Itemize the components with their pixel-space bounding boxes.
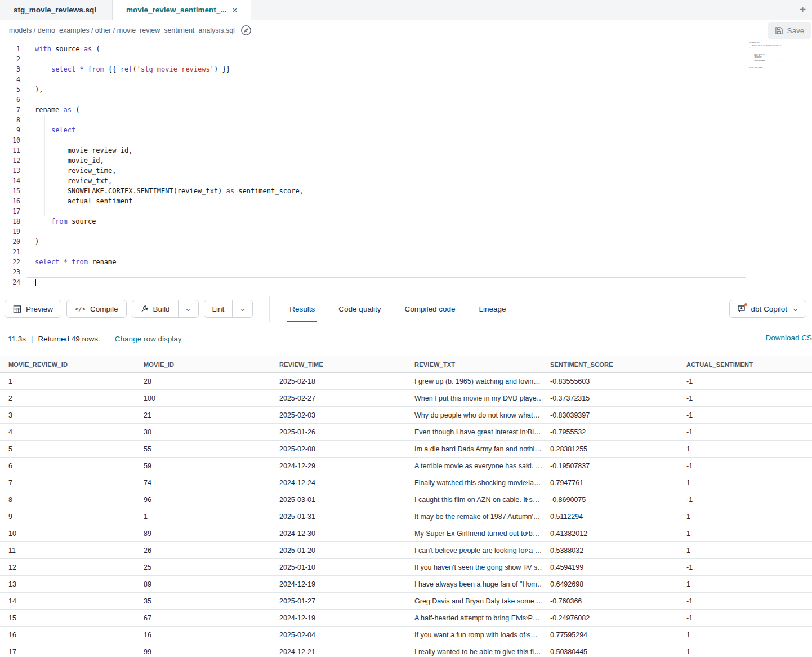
cell-actual_sentiment: -1 bbox=[678, 411, 812, 419]
column-header[interactable]: SENTIMENT_SCORE bbox=[542, 361, 678, 368]
cell-sentiment_score: 0.7947761 bbox=[542, 479, 678, 487]
expand-cell-icon[interactable]: › bbox=[525, 614, 528, 622]
column-header[interactable]: REVIEW_TXT bbox=[406, 361, 542, 368]
change-row-display-link[interactable]: Change row display bbox=[115, 335, 182, 343]
table-row: 8962025-03-01I caught this film on AZN o… bbox=[0, 491, 812, 508]
cell-movie_id: 100 bbox=[135, 394, 271, 402]
expand-cell-icon[interactable]: › bbox=[525, 631, 528, 638]
compile-button[interactable]: </> Compile bbox=[66, 300, 127, 318]
cell-review_txt: I caught this film on AZN on cable. It s… bbox=[406, 496, 542, 504]
cell-movie_review_id: 15 bbox=[0, 614, 135, 622]
cell-movie_review_id: 16 bbox=[0, 631, 135, 639]
column-header[interactable]: MOVIE_ID bbox=[135, 361, 271, 368]
cell-sentiment_score: 0.4594199 bbox=[542, 563, 678, 571]
cell-review_txt: A half-hearted attempt to bring Elvis P…… bbox=[406, 614, 542, 622]
line-number: 5 bbox=[0, 85, 27, 95]
line-number: 18 bbox=[0, 216, 27, 227]
copilot-compass-icon[interactable] bbox=[240, 25, 252, 36]
code-line: ) bbox=[27, 237, 746, 247]
column-header[interactable]: REVIEW_TIME bbox=[271, 361, 406, 368]
table-row: 13892024-12-19I have always been a huge … bbox=[0, 576, 812, 593]
cell-actual_sentiment: -1 bbox=[678, 428, 812, 436]
code-line: movie_id, bbox=[27, 156, 746, 166]
line-number: 21 bbox=[0, 247, 27, 257]
build-button[interactable]: Build ⌄ bbox=[132, 300, 199, 318]
cell-movie_review_id: 5 bbox=[0, 445, 135, 453]
line-number: 16 bbox=[0, 196, 27, 206]
build-dropdown-button[interactable]: ⌄ bbox=[178, 300, 198, 317]
cell-movie_review_id: 14 bbox=[0, 597, 135, 605]
tab-label: Lineage bbox=[479, 305, 506, 313]
tab-compiled-code[interactable]: Compiled code bbox=[404, 296, 455, 322]
tab-movie-review-sentiment[interactable]: movie_review_sentiment_... × bbox=[113, 0, 251, 20]
code-line bbox=[27, 206, 746, 216]
expand-cell-icon[interactable]: › bbox=[525, 496, 528, 503]
cell-movie_review_id: 1 bbox=[0, 378, 135, 385]
expand-cell-icon[interactable]: › bbox=[525, 445, 528, 452]
code-lines[interactable]: with source as ( select * from {{ ref('s… bbox=[27, 44, 746, 287]
expand-cell-icon[interactable]: › bbox=[525, 479, 528, 486]
new-tab-button[interactable]: + bbox=[793, 0, 812, 20]
compile-label: Compile bbox=[90, 305, 118, 313]
expand-cell-icon[interactable]: › bbox=[525, 547, 528, 554]
query-elapsed-time: 11.3s bbox=[8, 335, 26, 343]
cell-actual_sentiment: 1 bbox=[678, 530, 812, 538]
cell-review_time: 2025-02-04 bbox=[271, 631, 406, 639]
dbt-copilot-button[interactable]: dbt Copilot ⌄ bbox=[729, 300, 806, 318]
cell-review_time: 2025-02-08 bbox=[271, 445, 406, 453]
close-icon[interactable]: × bbox=[233, 6, 238, 14]
expand-cell-icon[interactable]: › bbox=[525, 580, 528, 588]
minimap[interactable]: with source as ( select * from {{ ref('s… bbox=[749, 42, 788, 73]
expand-cell-icon[interactable]: › bbox=[525, 597, 528, 605]
copilot-label: dbt Copilot bbox=[751, 305, 788, 313]
lint-dropdown-button[interactable]: ⌄ bbox=[232, 300, 252, 317]
column-header[interactable]: ACTUAL_SENTIMENT bbox=[678, 361, 812, 368]
line-number: 15 bbox=[0, 186, 27, 196]
expand-cell-icon[interactable]: › bbox=[525, 462, 528, 469]
cell-sentiment_score: 0.77595294 bbox=[542, 631, 678, 639]
cell-review_time: 2024-12-30 bbox=[271, 530, 406, 538]
tab-code-quality[interactable]: Code quality bbox=[338, 296, 381, 322]
expand-cell-icon[interactable]: › bbox=[525, 428, 528, 436]
expand-cell-icon[interactable]: › bbox=[525, 648, 528, 655]
result-tabs: Results Code quality Compiled code Linea… bbox=[278, 296, 517, 322]
lint-button[interactable]: Lint ⌄ bbox=[204, 300, 253, 318]
cell-sentiment_score: -0.24976082 bbox=[542, 614, 678, 622]
cell-review_txt: I can't believe people are looking for a… bbox=[406, 547, 542, 554]
expand-cell-icon[interactable]: › bbox=[525, 378, 528, 385]
expand-cell-icon[interactable]: › bbox=[525, 411, 528, 419]
table-row: 21002025-02-27When I put this movie in m… bbox=[0, 390, 812, 407]
plus-icon: + bbox=[800, 3, 806, 16]
cell-review_time: 2025-02-18 bbox=[271, 378, 406, 385]
tab-label: Code quality bbox=[338, 305, 381, 313]
results-toolbar: Preview </> Compile Build ⌄ Lint ⌄ bbox=[0, 296, 812, 322]
cell-movie_review_id: 9 bbox=[0, 513, 135, 521]
expand-cell-icon[interactable]: › bbox=[525, 513, 528, 520]
preview-label: Preview bbox=[26, 305, 53, 313]
tab-stg-movie-reviews[interactable]: stg_movie_reviews.sql bbox=[0, 0, 113, 20]
cell-sentiment_score: 0.5112294 bbox=[542, 513, 678, 521]
table-row: 14352025-01-27Greg Davis and Bryan Daly … bbox=[0, 593, 812, 610]
table-row: 912025-01-31It may be the remake of 1987… bbox=[0, 508, 812, 525]
cell-movie_id: 96 bbox=[135, 496, 271, 504]
save-button[interactable]: Save bbox=[768, 22, 811, 39]
line-number: 7 bbox=[0, 105, 27, 115]
line-number: 4 bbox=[0, 74, 27, 85]
expand-cell-icon[interactable]: › bbox=[525, 563, 528, 571]
download-csv-link[interactable]: Download CSV bbox=[765, 334, 812, 342]
expand-cell-icon[interactable]: › bbox=[525, 530, 528, 537]
chevron-down-icon: ⌄ bbox=[239, 307, 246, 311]
code-editor[interactable]: 123456789101112131415161718192021222324 … bbox=[0, 41, 812, 296]
cell-movie_review_id: 2 bbox=[0, 394, 135, 402]
divider bbox=[269, 296, 270, 322]
tab-lineage[interactable]: Lineage bbox=[479, 296, 506, 322]
line-number: 22 bbox=[0, 257, 27, 267]
cell-movie_id: 25 bbox=[135, 563, 271, 571]
cell-actual_sentiment: -1 bbox=[678, 597, 812, 605]
tab-results[interactable]: Results bbox=[289, 296, 315, 322]
preview-button[interactable]: Preview bbox=[5, 300, 61, 318]
expand-cell-icon[interactable]: › bbox=[525, 394, 528, 402]
cell-review_time: 2024-12-19 bbox=[271, 614, 406, 622]
column-header[interactable]: MOVIE_REVIEW_ID bbox=[0, 361, 135, 368]
table-row: 7742024-12-24Finally watched this shocki… bbox=[0, 474, 812, 491]
